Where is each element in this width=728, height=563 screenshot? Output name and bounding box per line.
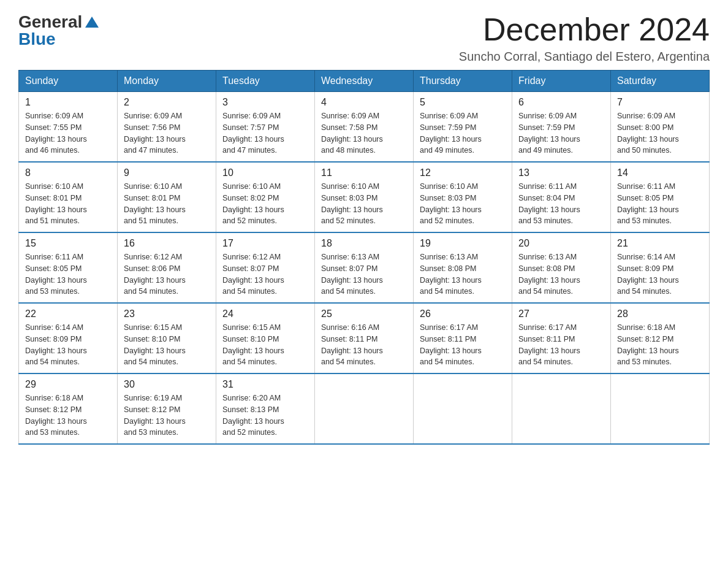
- day-number: 15: [25, 238, 111, 249]
- day-info: Sunrise: 6:13 AMSunset: 8:07 PMDaylight:…: [321, 253, 383, 296]
- day-info: Sunrise: 6:17 AMSunset: 8:11 PMDaylight:…: [420, 323, 482, 366]
- day-number: 5: [420, 97, 506, 108]
- day-info: Sunrise: 6:12 AMSunset: 8:06 PMDaylight:…: [124, 253, 186, 296]
- day-number: 29: [25, 379, 111, 390]
- calendar-cell: [512, 373, 611, 444]
- weekday-header-monday: Monday: [118, 71, 216, 92]
- calendar-cell: 12 Sunrise: 6:10 AMSunset: 8:03 PMDaylig…: [414, 162, 512, 232]
- day-number: 22: [25, 308, 111, 320]
- day-info: Sunrise: 6:10 AMSunset: 8:01 PMDaylight:…: [124, 182, 186, 225]
- day-info: Sunrise: 6:09 AMSunset: 7:58 PMDaylight:…: [321, 112, 383, 155]
- calendar-cell: 21 Sunrise: 6:14 AMSunset: 8:09 PMDaylig…: [611, 232, 710, 303]
- day-info: Sunrise: 6:11 AMSunset: 8:04 PMDaylight:…: [518, 182, 580, 225]
- weekday-header-sunday: Sunday: [19, 71, 118, 92]
- calendar-cell: 28 Sunrise: 6:18 AMSunset: 8:12 PMDaylig…: [611, 303, 710, 373]
- day-info: Sunrise: 6:18 AMSunset: 8:12 PMDaylight:…: [25, 394, 87, 437]
- calendar-table: SundayMondayTuesdayWednesdayThursdayFrid…: [18, 70, 710, 445]
- day-info: Sunrise: 6:11 AMSunset: 8:05 PMDaylight:…: [25, 253, 87, 296]
- day-info: Sunrise: 6:19 AMSunset: 8:12 PMDaylight:…: [124, 394, 186, 437]
- calendar-cell: 5 Sunrise: 6:09 AMSunset: 7:59 PMDayligh…: [414, 92, 512, 163]
- weekday-header-wednesday: Wednesday: [315, 71, 414, 92]
- month-title: December 2024: [459, 12, 710, 47]
- calendar-week-row: 1 Sunrise: 6:09 AMSunset: 7:55 PMDayligh…: [19, 92, 710, 163]
- location-subtitle: Suncho Corral, Santiago del Estero, Arge…: [459, 50, 710, 64]
- calendar-week-row: 15 Sunrise: 6:11 AMSunset: 8:05 PMDaylig…: [19, 232, 710, 303]
- calendar-cell: 4 Sunrise: 6:09 AMSunset: 7:58 PMDayligh…: [315, 92, 414, 163]
- weekday-header-saturday: Saturday: [611, 71, 710, 92]
- calendar-week-row: 29 Sunrise: 6:18 AMSunset: 8:12 PMDaylig…: [19, 373, 710, 444]
- calendar-cell: 11 Sunrise: 6:10 AMSunset: 8:03 PMDaylig…: [315, 162, 414, 232]
- day-info: Sunrise: 6:18 AMSunset: 8:12 PMDaylight:…: [617, 323, 679, 366]
- day-number: 20: [518, 238, 604, 249]
- day-info: Sunrise: 6:14 AMSunset: 8:09 PMDaylight:…: [617, 253, 679, 296]
- calendar-week-row: 8 Sunrise: 6:10 AMSunset: 8:01 PMDayligh…: [19, 162, 710, 232]
- calendar-cell: 9 Sunrise: 6:10 AMSunset: 8:01 PMDayligh…: [118, 162, 216, 232]
- day-number: 12: [420, 167, 506, 178]
- day-number: 3: [222, 97, 308, 108]
- calendar-cell: 10 Sunrise: 6:10 AMSunset: 8:02 PMDaylig…: [216, 162, 315, 232]
- calendar-cell: 14 Sunrise: 6:11 AMSunset: 8:05 PMDaylig…: [611, 162, 710, 232]
- day-info: Sunrise: 6:09 AMSunset: 7:56 PMDaylight:…: [124, 112, 186, 155]
- day-number: 21: [617, 238, 703, 249]
- calendar-cell: 25 Sunrise: 6:16 AMSunset: 8:11 PMDaylig…: [315, 303, 414, 373]
- day-info: Sunrise: 6:10 AMSunset: 8:01 PMDaylight:…: [25, 182, 87, 225]
- calendar-header-row: SundayMondayTuesdayWednesdayThursdayFrid…: [19, 71, 710, 92]
- day-info: Sunrise: 6:10 AMSunset: 8:02 PMDaylight:…: [222, 182, 284, 225]
- day-info: Sunrise: 6:15 AMSunset: 8:10 PMDaylight:…: [124, 323, 186, 366]
- day-number: 14: [617, 167, 703, 178]
- day-number: 18: [321, 238, 407, 249]
- day-number: 23: [124, 308, 210, 320]
- logo: General Blue: [18, 12, 99, 49]
- day-number: 28: [617, 308, 703, 320]
- calendar-cell: [611, 373, 710, 444]
- day-info: Sunrise: 6:09 AMSunset: 7:57 PMDaylight:…: [222, 112, 284, 155]
- header: General Blue December 2024 Suncho Corral…: [18, 12, 710, 64]
- weekday-header-friday: Friday: [512, 71, 611, 92]
- calendar-cell: 17 Sunrise: 6:12 AMSunset: 8:07 PMDaylig…: [216, 232, 315, 303]
- day-info: Sunrise: 6:16 AMSunset: 8:11 PMDaylight:…: [321, 323, 383, 366]
- day-info: Sunrise: 6:09 AMSunset: 7:59 PMDaylight:…: [420, 112, 482, 155]
- svg-marker-0: [85, 17, 99, 28]
- title-area: December 2024 Suncho Corral, Santiago de…: [459, 12, 710, 64]
- day-info: Sunrise: 6:17 AMSunset: 8:11 PMDaylight:…: [518, 323, 580, 366]
- calendar-cell: 2 Sunrise: 6:09 AMSunset: 7:56 PMDayligh…: [118, 92, 216, 163]
- calendar-cell: 18 Sunrise: 6:13 AMSunset: 8:07 PMDaylig…: [315, 232, 414, 303]
- day-info: Sunrise: 6:14 AMSunset: 8:09 PMDaylight:…: [25, 323, 87, 366]
- day-number: 19: [420, 238, 506, 249]
- calendar-cell: 22 Sunrise: 6:14 AMSunset: 8:09 PMDaylig…: [19, 303, 118, 373]
- calendar-cell: 19 Sunrise: 6:13 AMSunset: 8:08 PMDaylig…: [414, 232, 512, 303]
- day-number: 24: [222, 308, 308, 320]
- day-info: Sunrise: 6:20 AMSunset: 8:13 PMDaylight:…: [222, 394, 284, 437]
- day-info: Sunrise: 6:09 AMSunset: 7:55 PMDaylight:…: [25, 112, 87, 155]
- calendar-cell: 15 Sunrise: 6:11 AMSunset: 8:05 PMDaylig…: [19, 232, 118, 303]
- calendar-week-row: 22 Sunrise: 6:14 AMSunset: 8:09 PMDaylig…: [19, 303, 710, 373]
- day-info: Sunrise: 6:11 AMSunset: 8:05 PMDaylight:…: [617, 182, 679, 225]
- day-number: 17: [222, 238, 308, 249]
- day-number: 8: [25, 167, 111, 178]
- day-info: Sunrise: 6:13 AMSunset: 8:08 PMDaylight:…: [518, 253, 580, 296]
- calendar-cell: 20 Sunrise: 6:13 AMSunset: 8:08 PMDaylig…: [512, 232, 611, 303]
- calendar-cell: 31 Sunrise: 6:20 AMSunset: 8:13 PMDaylig…: [216, 373, 315, 444]
- calendar-cell: 7 Sunrise: 6:09 AMSunset: 8:00 PMDayligh…: [611, 92, 710, 163]
- day-info: Sunrise: 6:15 AMSunset: 8:10 PMDaylight:…: [222, 323, 284, 366]
- calendar-cell: [315, 373, 414, 444]
- day-number: 31: [222, 379, 308, 390]
- day-info: Sunrise: 6:10 AMSunset: 8:03 PMDaylight:…: [321, 182, 383, 225]
- day-info: Sunrise: 6:12 AMSunset: 8:07 PMDaylight:…: [222, 253, 284, 296]
- day-number: 10: [222, 167, 308, 178]
- day-number: 6: [518, 97, 604, 108]
- calendar-cell: 26 Sunrise: 6:17 AMSunset: 8:11 PMDaylig…: [414, 303, 512, 373]
- calendar-cell: 1 Sunrise: 6:09 AMSunset: 7:55 PMDayligh…: [19, 92, 118, 163]
- day-number: 26: [420, 308, 506, 320]
- calendar-cell: 30 Sunrise: 6:19 AMSunset: 8:12 PMDaylig…: [118, 373, 216, 444]
- weekday-header-tuesday: Tuesday: [216, 71, 315, 92]
- day-info: Sunrise: 6:09 AMSunset: 7:59 PMDaylight:…: [518, 112, 580, 155]
- logo-blue-text: Blue: [18, 29, 99, 49]
- day-number: 16: [124, 238, 210, 249]
- calendar-cell: 24 Sunrise: 6:15 AMSunset: 8:10 PMDaylig…: [216, 303, 315, 373]
- calendar-cell: 8 Sunrise: 6:10 AMSunset: 8:01 PMDayligh…: [19, 162, 118, 232]
- weekday-header-thursday: Thursday: [414, 71, 512, 92]
- day-number: 9: [124, 167, 210, 178]
- day-number: 11: [321, 167, 407, 178]
- day-number: 25: [321, 308, 407, 320]
